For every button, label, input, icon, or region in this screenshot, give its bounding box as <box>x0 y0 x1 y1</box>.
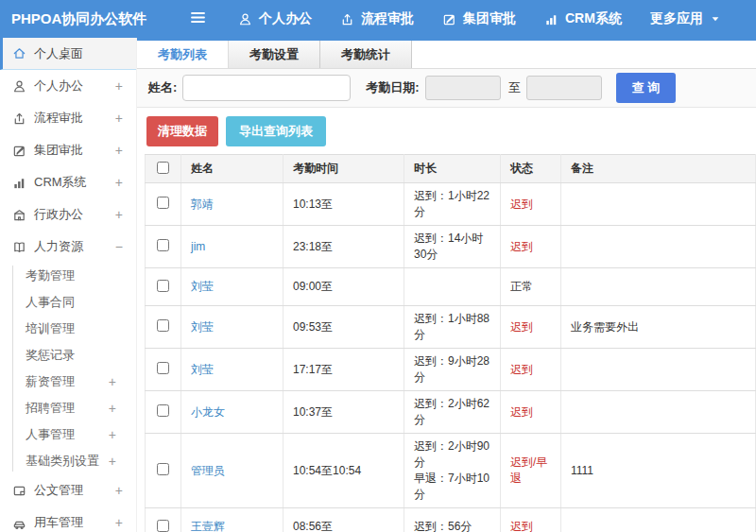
sidebar-subitem-training-mgmt[interactable]: 培训管理 <box>0 316 136 342</box>
sidebar-item-label: 个人办公 <box>34 77 83 94</box>
main-content: 考勤列表考勤设置考勤统计 姓名: 考勤日期: 至 查 询 清理数据 导出查询列表… <box>137 38 756 532</box>
col-header-duration: 时长 <box>404 155 501 183</box>
row-checkbox[interactable] <box>157 463 169 475</box>
nav-item-group-approval[interactable]: 集团审批 <box>442 10 516 27</box>
query-button[interactable]: 查 询 <box>616 73 677 103</box>
user-icon <box>238 12 252 26</box>
status-badge: 迟到/早退 <box>501 434 561 508</box>
sidebar-subitem-label: 人事管理 <box>26 426 75 443</box>
row-checkbox[interactable] <box>157 239 169 251</box>
sidebar-item-vehicle-mgmt[interactable]: 用车管理+ <box>0 506 136 532</box>
expand-plus-icon[interactable]: + <box>115 208 123 221</box>
date-label: 考勤日期: <box>366 79 419 96</box>
attendance-time-cell: 17:17至 <box>284 349 404 391</box>
menu-toggle-button[interactable] <box>190 9 206 29</box>
sidebar-item-admin-office[interactable]: 行政办公+ <box>0 198 136 231</box>
sidebar-item-human-resources[interactable]: 人力资源− <box>0 231 136 263</box>
sidebar-item-label: 行政办公 <box>34 206 83 223</box>
select-all-checkbox[interactable] <box>157 162 169 174</box>
col-header-time: 考勤时间 <box>284 155 404 183</box>
sidebar-item-label: CRM系统 <box>34 174 87 191</box>
attendance-table: 姓名考勤时间时长状态备注 郭靖10:13至迟到：1小时22分迟到jim23:18… <box>145 154 756 532</box>
attendance-time-cell: 09:00至 <box>284 268 404 306</box>
row-checkbox[interactable] <box>157 197 169 209</box>
expand-plus-icon[interactable]: + <box>115 112 123 125</box>
sidebar-item-label: 人力资源 <box>34 238 83 255</box>
sidebar-subitem-base-category[interactable]: 基础类别设置+ <box>0 448 136 474</box>
note-cell <box>561 391 756 434</box>
expand-plus-icon[interactable]: + <box>115 79 123 93</box>
attendance-time-cell: 08:56至 <box>284 508 404 532</box>
chart-icon <box>11 176 27 190</box>
clean-data-button[interactable]: 清理数据 <box>146 116 218 146</box>
note-cell <box>561 268 756 306</box>
status-badge: 迟到 <box>501 226 561 268</box>
sidebar-subitem-hr-contract[interactable]: 人事合同 <box>0 289 136 316</box>
duration-line: 迟到：1小时22分 <box>414 188 490 220</box>
sidebar-subitem-attendance-mgmt[interactable]: 考勤管理 <box>0 263 136 289</box>
export-list-button[interactable]: 导出查询列表 <box>226 116 326 146</box>
sidebar-item-personal-desktop[interactable]: 个人桌面 <box>0 38 136 70</box>
row-checkbox[interactable] <box>157 319 169 332</box>
expand-plus-icon[interactable]: + <box>109 455 116 468</box>
name-link[interactable]: jim <box>181 226 284 268</box>
sidebar-item-personal-office[interactable]: 个人办公+ <box>0 70 136 102</box>
sidebar: 个人桌面个人办公+流程审批+集团审批+CRM系统+行政办公+人力资源−考勤管理人… <box>0 38 137 532</box>
nav-item-more-apps[interactable]: 更多应用 <box>650 10 721 27</box>
nav-item-crm-system[interactable]: CRM系统 <box>544 10 622 27</box>
date-from-input[interactable] <box>425 76 501 100</box>
sidebar-subitem-label: 考勤管理 <box>26 267 75 284</box>
date-to-input[interactable] <box>526 76 602 100</box>
sidebar-item-group-approval[interactable]: 集团审批+ <box>0 134 136 166</box>
duration-cell: 迟到：1小时22分 <box>404 183 501 226</box>
row-select-cell <box>146 391 181 434</box>
expand-plus-icon[interactable]: + <box>109 402 116 415</box>
expand-plus-icon[interactable]: + <box>109 375 116 388</box>
sidebar-subitem-label: 奖惩记录 <box>26 347 75 364</box>
expand-plus-icon[interactable]: + <box>115 176 123 189</box>
sidebar-subitem-salary-mgmt[interactable]: 薪资管理+ <box>0 369 136 395</box>
collapse-minus-icon[interactable]: − <box>115 240 123 253</box>
note-cell: 1111 <box>561 434 756 508</box>
col-header-name: 姓名 <box>181 155 284 183</box>
status-badge: 正常 <box>501 268 561 306</box>
name-input[interactable] <box>182 75 351 101</box>
tab-attendance-stats[interactable]: 考勤统计 <box>320 41 412 68</box>
row-checkbox[interactable] <box>157 280 169 292</box>
expand-plus-icon[interactable]: + <box>115 484 123 497</box>
name-link[interactable]: 小龙女 <box>181 391 284 434</box>
chart-icon <box>544 12 558 26</box>
nav-item-label: 个人办公 <box>259 10 312 27</box>
duration-line: 迟到：14小时30分 <box>414 231 490 263</box>
status-badge: 迟到 <box>501 349 561 391</box>
expand-plus-icon[interactable]: + <box>115 516 123 529</box>
name-link[interactable]: 刘莹 <box>181 349 284 391</box>
nav-item-workflow-approval[interactable]: 流程审批 <box>340 10 414 27</box>
tab-attendance-settings[interactable]: 考勤设置 <box>229 41 320 68</box>
sidebar-subitem-reward-punish[interactable]: 奖惩记录 <box>0 342 136 369</box>
sidebar-subitem-personnel-mgmt[interactable]: 人事管理+ <box>0 421 136 448</box>
status-badge: 迟到 <box>501 306 561 349</box>
date-to-label: 至 <box>508 79 521 96</box>
name-link[interactable]: 郭靖 <box>181 183 284 226</box>
attendance-time-cell: 09:53至 <box>284 306 404 349</box>
sidebar-item-workflow-approval[interactable]: 流程审批+ <box>0 102 136 134</box>
name-link[interactable]: 刘莹 <box>181 268 284 306</box>
row-checkbox[interactable] <box>157 520 169 532</box>
table-row: 刘莹17:17至迟到：9小时28分迟到 <box>146 349 756 391</box>
row-checkbox[interactable] <box>157 362 169 374</box>
duration-line: 迟到：2小时62分 <box>414 396 490 428</box>
sidebar-subitem-recruit-mgmt[interactable]: 招聘管理+ <box>0 395 136 421</box>
name-link[interactable]: 王壹辉 <box>181 508 284 532</box>
expand-plus-icon[interactable]: + <box>109 428 116 441</box>
row-checkbox[interactable] <box>157 404 169 417</box>
sidebar-item-label: 用车管理 <box>34 514 83 531</box>
sidebar-item-document-mgmt[interactable]: 公文管理+ <box>0 474 136 506</box>
name-link[interactable]: 刘莹 <box>181 306 284 349</box>
caret-down-icon <box>710 13 721 25</box>
nav-item-personal-office[interactable]: 个人办公 <box>238 10 312 27</box>
tab-attendance-list[interactable]: 考勤列表 <box>137 41 229 68</box>
sidebar-item-crm-system[interactable]: CRM系统+ <box>0 166 136 198</box>
name-link[interactable]: 管理员 <box>181 434 284 508</box>
expand-plus-icon[interactable]: + <box>115 144 123 157</box>
